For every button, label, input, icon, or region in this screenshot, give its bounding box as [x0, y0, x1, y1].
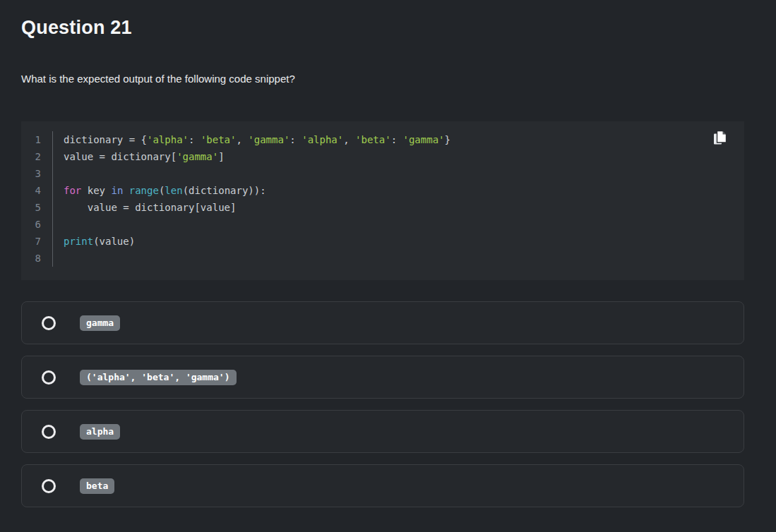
code-line: 7print(value) — [21, 233, 744, 250]
radio-button[interactable] — [42, 479, 56, 493]
copy-button[interactable] — [711, 128, 729, 147]
page-title: Question 21 — [21, 16, 744, 40]
question-page: Question 21 What is the expected output … — [21, 16, 744, 507]
option-badge: beta — [80, 478, 114, 494]
line-number: 8 — [21, 250, 53, 267]
code-line: 8 — [21, 250, 744, 267]
answer-option[interactable]: ('alpha', 'beta', 'gamma') — [21, 356, 744, 399]
options-list: gamma ('alpha', 'beta', 'gamma') alpha b… — [21, 301, 744, 507]
code-line: 3 — [21, 165, 744, 182]
option-badge: gamma — [80, 315, 120, 331]
line-number: 1 — [21, 131, 53, 148]
code-line: 1dictionary = {'alpha': 'beta', 'gamma':… — [21, 131, 744, 148]
line-number: 6 — [21, 216, 53, 233]
line-number: 3 — [21, 165, 53, 182]
code-text: dictionary = {'alpha': 'beta', 'gamma': … — [53, 131, 450, 148]
radio-button[interactable] — [42, 316, 56, 330]
code-text — [53, 165, 64, 182]
code-line: 2value = dictionary['gamma'] — [21, 148, 744, 165]
line-number: 2 — [21, 148, 53, 165]
option-badge: alpha — [80, 424, 120, 440]
code-text — [53, 216, 64, 233]
line-number: 4 — [21, 182, 53, 199]
answer-option[interactable]: gamma — [21, 301, 744, 344]
code-line: 5 value = dictionary[value] — [21, 199, 744, 216]
option-badge: ('alpha', 'beta', 'gamma') — [80, 370, 237, 385]
copy-icon — [712, 138, 727, 148]
code-text: print(value) — [53, 233, 135, 250]
line-number: 7 — [21, 233, 53, 250]
answer-option[interactable]: beta — [21, 464, 744, 507]
code-text — [53, 250, 64, 267]
code-lines: 1dictionary = {'alpha': 'beta', 'gamma':… — [21, 131, 744, 267]
code-line: 6 — [21, 216, 744, 233]
radio-button[interactable] — [42, 370, 56, 385]
code-text: for key in range(len(dictionary)): — [53, 182, 266, 199]
code-block: 1dictionary = {'alpha': 'beta', 'gamma':… — [21, 121, 744, 280]
code-text: value = dictionary['gamma'] — [53, 148, 225, 165]
code-text: value = dictionary[value] — [53, 199, 236, 216]
question-text: What is the expected output of the follo… — [21, 72, 744, 86]
line-number: 5 — [21, 199, 53, 216]
radio-button[interactable] — [42, 425, 56, 439]
answer-option[interactable]: alpha — [21, 410, 744, 453]
code-line: 4for key in range(len(dictionary)): — [21, 182, 744, 199]
